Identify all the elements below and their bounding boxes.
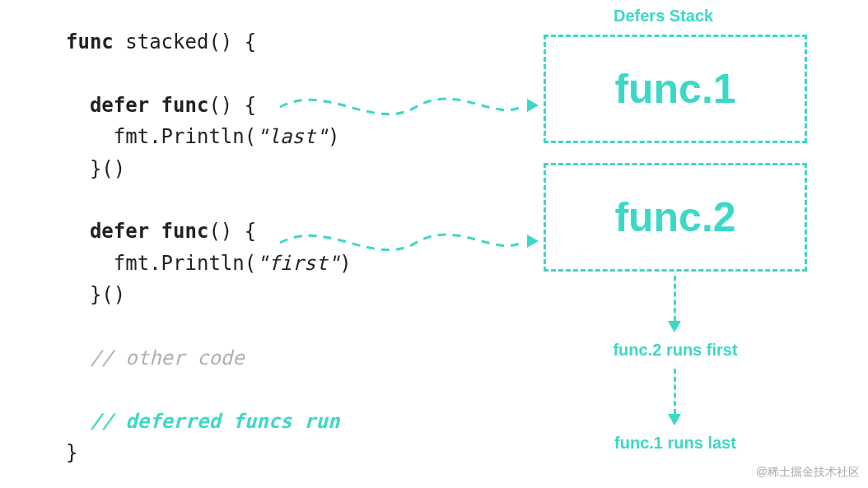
func-name: stacked() { [114, 30, 256, 53]
arrowhead-1 [527, 99, 539, 112]
stack-box-func1: func.1 [544, 35, 807, 143]
keyword-defer-2: defer func [90, 220, 209, 243]
stack-item-func2: func.2 [614, 193, 735, 241]
exec-label-first: func.2 runs first [609, 341, 741, 360]
stack-item-func1: func.1 [614, 65, 735, 113]
defer1-close: }() [66, 157, 125, 180]
closing-brace: } [66, 441, 77, 464]
watermark: @稀土掘金技术社区 [756, 465, 860, 480]
arrow-stack-to-exec1 [674, 276, 676, 321]
exec-label-last: func.1 runs last [609, 434, 741, 453]
arrowhead-down-1 [668, 321, 681, 332]
defer2-body-pre: fmt.Println( [66, 252, 256, 275]
comment-other-code: // other code [66, 346, 245, 369]
arrow-defer1-to-stack [276, 82, 539, 132]
arrow-exec1-to-exec2 [674, 369, 676, 414]
arrow-defer2-to-stack [276, 218, 539, 267]
defer2-paren: () { [208, 220, 256, 243]
comment-deferred-run: // deferred funcs run [66, 410, 339, 433]
stack-box-func2: func.2 [544, 163, 807, 272]
defer2-close: }() [66, 283, 125, 306]
stack-title: Defers Stack [614, 7, 713, 26]
arrowhead-down-2 [668, 414, 681, 425]
defer1-paren: () { [208, 94, 256, 117]
keyword-func: func [66, 30, 114, 53]
defer1-body-pre: fmt.Println( [66, 125, 256, 148]
arrowhead-2 [527, 235, 539, 248]
keyword-defer-1: defer func [90, 94, 209, 117]
